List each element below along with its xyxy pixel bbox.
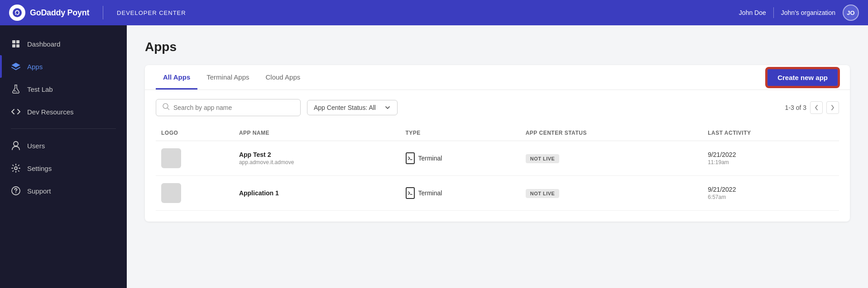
sidebar-item-apps[interactable]: Apps — [0, 55, 127, 78]
cell-logo-1 — [156, 176, 234, 211]
filters-row: App Center Status: All 1-3 of 3 — [145, 90, 850, 125]
cell-type-1: Terminal — [400, 176, 520, 211]
sidebar-item-dashboard[interactable]: Dashboard — [0, 33, 127, 55]
sidebar-divider — [11, 128, 116, 129]
sidebar-item-apps-label: Apps — [27, 63, 43, 71]
chevron-down-icon — [384, 104, 391, 111]
page-title: Apps — [145, 40, 850, 54]
svg-rect-5 — [16, 44, 19, 47]
search-icon — [163, 103, 170, 112]
col-app-name: APP NAME — [234, 125, 400, 141]
col-logo: LOGO — [156, 125, 234, 141]
search-input[interactable] — [173, 104, 294, 111]
tab-cloud-apps[interactable]: Cloud Apps — [259, 65, 308, 90]
sidebar-item-test-lab[interactable]: Test Lab — [0, 78, 127, 100]
sidebar-item-settings-label: Settings — [27, 165, 52, 172]
logo-icon — [9, 5, 25, 21]
cell-type-0: Terminal — [400, 141, 520, 176]
grid-icon — [11, 39, 21, 49]
table-row: Application 1 Terminal NOT LIVE — [156, 176, 839, 211]
svg-rect-3 — [16, 40, 19, 43]
svg-point-0 — [13, 8, 22, 17]
cell-status-1: NOT LIVE — [520, 176, 702, 211]
avatar[interactable]: JO — [843, 5, 859, 21]
cell-activity-1: 9/21/2022 6:57am — [702, 176, 839, 211]
terminal-icon — [406, 187, 415, 199]
table-header-row: LOGO APP NAME TYPE APP CENTER STATUS LAS… — [156, 125, 839, 141]
create-new-app-button[interactable]: Create new app — [766, 68, 839, 87]
sidebar: Dashboard Apps Test Lab — [0, 25, 127, 288]
chevron-left-icon — [814, 104, 819, 111]
cell-app-name-0: App Test 2 app.admove.it.admove — [234, 141, 400, 176]
cell-logo-0 — [156, 141, 234, 176]
cell-activity-0: 9/21/2022 11:19am — [702, 141, 839, 176]
status-badge: NOT LIVE — [526, 154, 560, 163]
tab-terminal-apps[interactable]: Terminal Apps — [199, 65, 256, 90]
user-name: John Doe — [739, 9, 766, 16]
chevron-right-icon — [830, 104, 835, 111]
filters-left: App Center Status: All — [156, 99, 398, 116]
terminal-icon — [406, 152, 415, 164]
status-filter-label: App Center Status: All — [314, 104, 376, 111]
top-nav: GoDaddy Poynt DEVELOPER CENTER John Doe … — [0, 0, 868, 25]
col-activity: LAST ACTIVITY — [702, 125, 839, 141]
sidebar-item-users-label: Users — [27, 142, 45, 150]
col-type: TYPE — [400, 125, 520, 141]
main-layout: Dashboard Apps Test Lab — [0, 25, 868, 288]
search-wrap — [156, 99, 301, 116]
svg-point-7 — [14, 90, 16, 92]
svg-rect-2 — [12, 40, 15, 43]
cell-app-name-1: Application 1 — [234, 176, 400, 211]
sidebar-item-dev-resources[interactable]: Dev Resources — [0, 100, 127, 123]
pagination-prev-button[interactable] — [810, 101, 823, 114]
svg-point-10 — [14, 167, 17, 170]
svg-point-1 — [15, 14, 17, 15]
dev-center-label: DEVELOPER CENTER — [117, 9, 186, 16]
pagination-text: 1-3 of 3 — [785, 104, 806, 111]
org-name[interactable]: John's organization — [781, 9, 835, 16]
sidebar-item-test-lab-label: Test Lab — [27, 85, 53, 93]
code-icon — [11, 107, 21, 117]
svg-rect-4 — [12, 44, 15, 47]
nav-divider — [773, 7, 774, 18]
logo-text: GoDaddy Poynt — [30, 8, 89, 18]
cell-status-0: NOT LIVE — [520, 141, 702, 176]
question-icon — [11, 186, 21, 196]
person-icon — [11, 141, 21, 151]
nav-right: John Doe John's organization JO — [739, 5, 859, 21]
status-badge: NOT LIVE — [526, 189, 560, 198]
svg-point-8 — [16, 91, 17, 92]
logo-area: GoDaddy Poynt — [9, 5, 89, 21]
nav-separator-logo — [103, 6, 103, 19]
nav-left: GoDaddy Poynt DEVELOPER CENTER — [9, 5, 186, 21]
content-area: Apps All Apps Terminal Apps Cloud Apps C… — [127, 25, 868, 288]
status-filter-dropdown[interactable]: App Center Status: All — [307, 100, 398, 115]
pagination-next-button[interactable] — [826, 101, 839, 114]
sidebar-item-dev-resources-label: Dev Resources — [27, 108, 74, 116]
tab-all-apps[interactable]: All Apps — [156, 65, 197, 90]
svg-point-9 — [14, 142, 18, 146]
flask-icon — [11, 84, 21, 94]
tabs-bar: All Apps Terminal Apps Cloud Apps Create… — [145, 65, 850, 90]
col-status: APP CENTER STATUS — [520, 125, 702, 141]
app-logo-placeholder — [161, 183, 181, 203]
apps-table: LOGO APP NAME TYPE APP CENTER STATUS LAS… — [156, 125, 839, 211]
sidebar-item-support-label: Support — [27, 187, 51, 195]
table-wrap: LOGO APP NAME TYPE APP CENTER STATUS LAS… — [145, 125, 850, 222]
svg-line-14 — [168, 108, 169, 110]
svg-point-12 — [15, 192, 16, 193]
app-logo-placeholder — [161, 148, 181, 168]
layers-icon — [11, 61, 21, 71]
gear-icon — [11, 163, 21, 173]
sidebar-item-settings[interactable]: Settings — [0, 157, 127, 179]
sidebar-item-users[interactable]: Users — [0, 134, 127, 157]
table-row: App Test 2 app.admove.it.admove Terminal… — [156, 141, 839, 176]
pagination-info: 1-3 of 3 — [785, 101, 839, 114]
sidebar-item-support[interactable]: Support — [0, 179, 127, 202]
tabs-left: All Apps Terminal Apps Cloud Apps — [156, 65, 309, 90]
sidebar-item-dashboard-label: Dashboard — [27, 40, 60, 48]
apps-card: All Apps Terminal Apps Cloud Apps Create… — [145, 65, 850, 222]
